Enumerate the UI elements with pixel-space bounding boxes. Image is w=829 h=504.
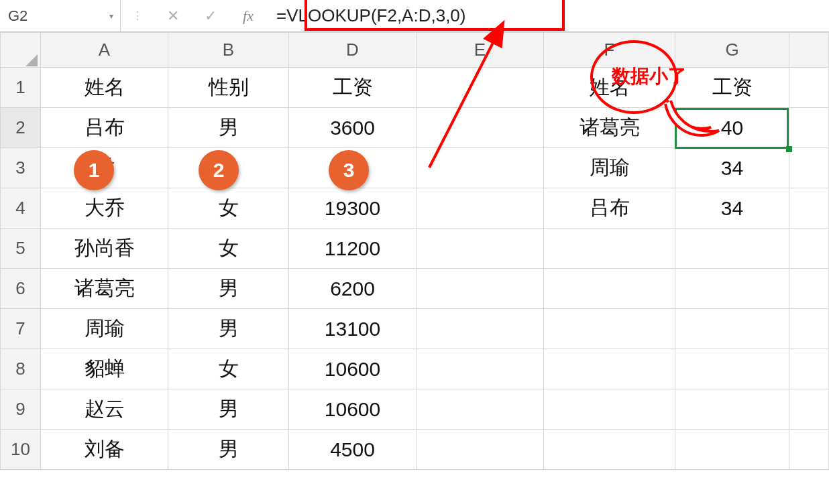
- cell-A2[interactable]: 吕布: [41, 108, 168, 148]
- cell-blank-1[interactable]: [789, 68, 829, 108]
- cell-B1[interactable]: 性别: [168, 68, 289, 108]
- cell-G6[interactable]: [675, 269, 789, 309]
- cell-B8[interactable]: 女: [168, 349, 289, 389]
- cell-F6[interactable]: [544, 269, 675, 309]
- cell-E5[interactable]: [417, 229, 544, 269]
- cell-D9[interactable]: 10600: [289, 389, 417, 430]
- cell-blank-8[interactable]: [789, 349, 829, 389]
- row-header-9[interactable]: 9: [1, 389, 41, 430]
- cell-D1[interactable]: 工资: [289, 68, 417, 108]
- col-header-F[interactable]: F: [544, 33, 675, 68]
- cell-G7[interactable]: [675, 309, 789, 349]
- select-all-corner[interactable]: [1, 33, 41, 68]
- cell-D2[interactable]: 3600: [289, 108, 417, 148]
- cell-A3[interactable]: 乔: [41, 148, 168, 188]
- cell-blank-7[interactable]: [789, 309, 829, 349]
- row-header-1[interactable]: 1: [1, 68, 41, 108]
- cell-A6[interactable]: 诸葛亮: [41, 269, 168, 309]
- cell-G5[interactable]: [675, 229, 789, 269]
- col-header-E[interactable]: E: [417, 33, 544, 68]
- cell-G9[interactable]: [675, 389, 789, 430]
- cell-G10[interactable]: [675, 430, 789, 470]
- dropdown-caret-icon[interactable]: ▾: [109, 11, 113, 21]
- cell-E4[interactable]: [417, 188, 544, 229]
- cell-A8[interactable]: 貂蝉: [41, 349, 168, 389]
- row-header-4[interactable]: 4: [1, 188, 41, 229]
- cell-F4[interactable]: 吕布: [544, 188, 675, 229]
- cell-blank-4[interactable]: [789, 188, 829, 229]
- cell-B7[interactable]: 男: [168, 309, 289, 349]
- cell-F3[interactable]: 周瑜: [544, 148, 675, 188]
- cell-D10[interactable]: 4500: [289, 430, 417, 470]
- cell-blank-3[interactable]: [789, 148, 829, 188]
- cell-E6[interactable]: [417, 269, 544, 309]
- row-header-7[interactable]: 7: [1, 309, 41, 349]
- cell-blank-5[interactable]: [789, 229, 829, 269]
- col-header-A[interactable]: A: [41, 33, 168, 68]
- col-header-G[interactable]: G: [675, 33, 789, 68]
- spreadsheet-grid[interactable]: A B D E F G 1 姓名 性别 工资 姓名 工资 2 吕布 男 3600…: [0, 32, 829, 470]
- column-header-row: A B D E F G: [1, 33, 829, 68]
- cell-D7[interactable]: 13100: [289, 309, 417, 349]
- col-header-D[interactable]: D: [289, 33, 417, 68]
- cell-D8[interactable]: 10600: [289, 349, 417, 389]
- cell-B4[interactable]: 女: [168, 188, 289, 229]
- cell-A1[interactable]: 姓名: [41, 68, 168, 108]
- enter-icon[interactable]: ✓: [192, 0, 229, 32]
- formula-input[interactable]: =VLOOKUP(F2,A:D,3,0): [267, 0, 829, 32]
- row-header-2[interactable]: 2: [1, 108, 41, 148]
- cell-D4[interactable]: 19300: [289, 188, 417, 229]
- cell-A4[interactable]: 大乔: [41, 188, 168, 229]
- cell-D6[interactable]: 6200: [289, 269, 417, 309]
- cell-A9[interactable]: 赵云: [41, 389, 168, 430]
- cell-B3[interactable]: [168, 148, 289, 188]
- cell-E10[interactable]: [417, 430, 544, 470]
- name-box[interactable]: G2 ▾: [0, 0, 121, 32]
- cell-F5[interactable]: [544, 229, 675, 269]
- row-header-6[interactable]: 6: [1, 269, 41, 309]
- cell-G2[interactable]: 40: [675, 108, 789, 148]
- cell-E1[interactable]: [417, 68, 544, 108]
- cell-B6[interactable]: 男: [168, 269, 289, 309]
- cell-E7[interactable]: [417, 309, 544, 349]
- cell-F9[interactable]: [544, 389, 675, 430]
- cell-B10[interactable]: 男: [168, 430, 289, 470]
- cell-F8[interactable]: [544, 349, 675, 389]
- cell-blank-6[interactable]: [789, 269, 829, 309]
- cell-E8[interactable]: [417, 349, 544, 389]
- cell-E9[interactable]: [417, 389, 544, 430]
- cell-G1[interactable]: 工资: [675, 68, 789, 108]
- row-2: 2 吕布 男 3600 诸葛亮 40: [1, 108, 829, 148]
- cell-G8[interactable]: [675, 349, 789, 389]
- cell-E2[interactable]: [417, 108, 544, 148]
- cell-D5[interactable]: 11200: [289, 229, 417, 269]
- col-header-B[interactable]: B: [168, 33, 289, 68]
- cell-blank-10[interactable]: [789, 430, 829, 470]
- cell-F10[interactable]: [544, 430, 675, 470]
- row-10: 10 刘备 男 4500: [1, 430, 829, 470]
- cell-blank-2[interactable]: [789, 108, 829, 148]
- cell-F2[interactable]: 诸葛亮: [544, 108, 675, 148]
- fill-handle[interactable]: [786, 146, 792, 152]
- cell-A5[interactable]: 孙尚香: [41, 229, 168, 269]
- row-8: 8 貂蝉 女 10600: [1, 349, 829, 389]
- cell-B9[interactable]: 男: [168, 389, 289, 430]
- cell-D3[interactable]: 1: [289, 148, 417, 188]
- cell-F7[interactable]: [544, 309, 675, 349]
- cell-B5[interactable]: 女: [168, 229, 289, 269]
- cell-E3[interactable]: [417, 148, 544, 188]
- cell-A7[interactable]: 周瑜: [41, 309, 168, 349]
- row-header-8[interactable]: 8: [1, 349, 41, 389]
- row-header-10[interactable]: 10: [1, 430, 41, 470]
- col-header-blank[interactable]: [789, 33, 829, 68]
- cell-B2[interactable]: 男: [168, 108, 289, 148]
- fx-icon[interactable]: fx: [229, 0, 267, 32]
- cell-G3[interactable]: 34: [675, 148, 789, 188]
- row-header-5[interactable]: 5: [1, 229, 41, 269]
- cell-G4[interactable]: 34: [675, 188, 789, 229]
- cell-A10[interactable]: 刘备: [41, 430, 168, 470]
- cancel-icon[interactable]: ✕: [154, 0, 192, 32]
- row-header-3[interactable]: 3: [1, 148, 41, 188]
- cell-F1[interactable]: 姓名: [544, 68, 675, 108]
- cell-blank-9[interactable]: [789, 389, 829, 430]
